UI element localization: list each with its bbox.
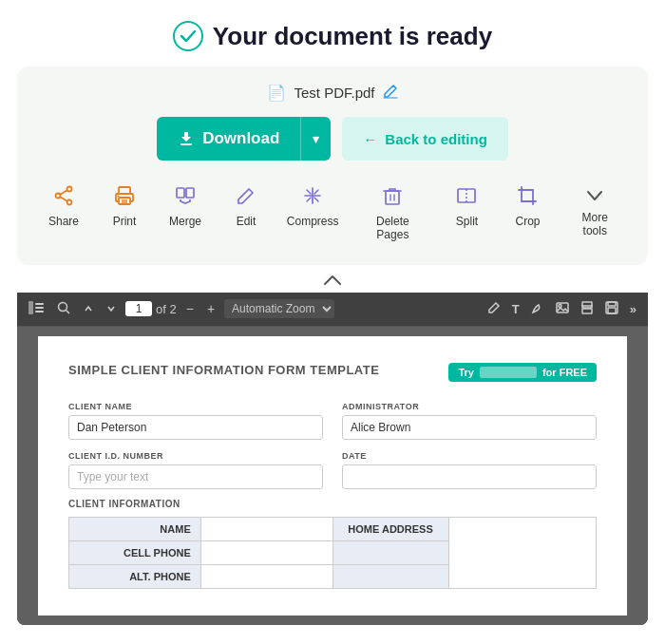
collapse-button[interactable] <box>323 271 342 291</box>
page-title: Your document is ready <box>213 22 492 51</box>
home-address-value-cell <box>448 517 596 588</box>
svg-line-6 <box>60 197 67 200</box>
try-text: Try <box>458 367 474 378</box>
svg-rect-32 <box>557 303 568 313</box>
filename-row: 📄 Test PDF.pdf <box>36 84 629 102</box>
form-fields-grid: CLIENT NAME Dan Peterson ADMINISTRATOR A… <box>68 402 597 489</box>
tool-share-label: Share <box>48 215 79 228</box>
tool-delete-pages-label: Delete Pages <box>361 215 424 242</box>
tool-crop-label: Crop <box>515 215 540 228</box>
svg-rect-26 <box>28 301 33 314</box>
client-id-value: Type your text <box>68 464 323 489</box>
page-total-label: of 2 <box>156 302 177 316</box>
pdf-pen-button[interactable] <box>527 299 548 319</box>
split-icon <box>456 185 477 211</box>
pdf-draw-button[interactable] <box>484 299 504 319</box>
edit-filename-icon[interactable] <box>383 84 398 102</box>
svg-rect-35 <box>582 309 592 313</box>
tool-merge-label: Merge <box>169 215 201 228</box>
tool-more-tools[interactable]: More tools <box>560 180 629 248</box>
tool-split[interactable]: Split <box>439 180 494 248</box>
delete-pages-icon <box>382 185 403 211</box>
svg-rect-13 <box>186 188 194 198</box>
field-date: DATE <box>342 451 597 489</box>
header: Your document is ready <box>0 0 665 66</box>
download-button[interactable]: Download ▾ <box>157 117 331 161</box>
alt-phone-value-cell <box>200 564 332 588</box>
pdf-toolbar: of 2 − + Automatic Zoom T <box>17 293 648 327</box>
client-name-label: CLIENT NAME <box>68 402 323 411</box>
edit-icon <box>236 185 256 211</box>
pdf-zoom-out-button[interactable]: − <box>182 299 198 318</box>
more-tools-icon <box>584 185 605 207</box>
tool-print[interactable]: Print <box>97 180 152 248</box>
svg-point-0 <box>174 22 202 50</box>
download-icon <box>178 130 195 147</box>
share-icon <box>53 185 74 211</box>
tool-merge[interactable]: Merge <box>158 180 213 248</box>
check-circle-icon <box>173 21 203 51</box>
pdf-image-button[interactable] <box>552 299 573 319</box>
svg-line-5 <box>60 190 67 194</box>
pdf-content-area: Try for FREE SIMPLE CLIENT INFORMATION F… <box>17 327 648 625</box>
download-button-main: Download <box>157 117 301 161</box>
svg-line-16 <box>307 190 311 194</box>
pdf-search-button[interactable] <box>53 299 74 319</box>
addr-empty-cell2 <box>332 564 448 588</box>
svg-rect-7 <box>119 187 130 194</box>
tool-share[interactable]: Share <box>36 180 91 248</box>
print-icon <box>114 185 135 211</box>
field-client-name: CLIENT NAME Dan Peterson <box>68 402 323 440</box>
tool-compress-label: Compress <box>287 215 339 228</box>
sidebar-toggle-button[interactable] <box>25 299 48 319</box>
svg-rect-29 <box>35 311 44 313</box>
pdf-more-button[interactable]: » <box>626 299 640 319</box>
pdf-right-tools: T <box>484 299 640 319</box>
svg-line-19 <box>307 198 311 201</box>
pdf-zoom-select[interactable]: Automatic Zoom <box>224 299 334 318</box>
page-number-input[interactable] <box>125 301 152 316</box>
tool-edit[interactable]: Edit <box>218 180 274 248</box>
tool-split-label: Split <box>456 215 478 228</box>
svg-point-30 <box>59 302 67 311</box>
svg-line-17 <box>314 198 318 201</box>
pdf-next-page-button[interactable] <box>103 299 120 318</box>
pdf-prev-page-button[interactable] <box>80 299 97 318</box>
field-client-id: CLIENT I.D. NUMBER Type your text <box>68 451 323 489</box>
try-blur <box>480 367 537 378</box>
svg-point-3 <box>67 200 72 205</box>
download-dropdown-arrow[interactable]: ▾ <box>301 117 331 161</box>
date-label: DATE <box>342 451 597 461</box>
tool-crop[interactable]: Crop <box>500 180 555 248</box>
tool-print-label: Print <box>113 215 137 228</box>
try-badge[interactable]: Try for FREE <box>448 363 597 382</box>
pdf-print-button[interactable] <box>577 299 598 319</box>
pdf-viewer: of 2 − + Automatic Zoom T <box>17 293 648 625</box>
client-name-value: Dan Peterson <box>68 415 323 440</box>
svg-line-31 <box>66 310 70 313</box>
svg-rect-34 <box>582 302 592 308</box>
back-to-editing-button[interactable]: ← Back to editing <box>342 117 508 161</box>
action-buttons-row: Download ▾ ← Back to editing <box>36 117 629 161</box>
pdf-text-button[interactable]: T <box>508 299 523 319</box>
home-address-label-cell: HOME ADDRESS <box>332 517 448 540</box>
pdf-save-button[interactable] <box>601 299 622 319</box>
administrator-label: ADMINISTRATOR <box>342 402 597 411</box>
svg-rect-12 <box>177 188 184 198</box>
file-icon: 📄 <box>267 84 286 102</box>
merge-icon <box>175 185 196 211</box>
document-card: 📄 Test PDF.pdf Download ▾ ← Back to edit… <box>17 66 648 265</box>
svg-rect-28 <box>35 307 44 309</box>
tool-more-tools-label: More tools <box>570 211 619 238</box>
svg-rect-39 <box>608 308 616 313</box>
addr-empty-cell <box>332 540 448 564</box>
tool-compress[interactable]: Compress <box>279 180 346 248</box>
svg-point-2 <box>67 187 72 192</box>
svg-rect-24 <box>458 189 475 202</box>
tools-row: Share Print <box>36 180 629 252</box>
filename-label: Test PDF.pdf <box>294 85 374 101</box>
tool-delete-pages[interactable]: Delete Pages <box>352 180 433 248</box>
pdf-zoom-in-button[interactable]: + <box>203 299 218 318</box>
back-arrow-icon: ← <box>363 131 377 147</box>
svg-point-33 <box>559 305 561 308</box>
